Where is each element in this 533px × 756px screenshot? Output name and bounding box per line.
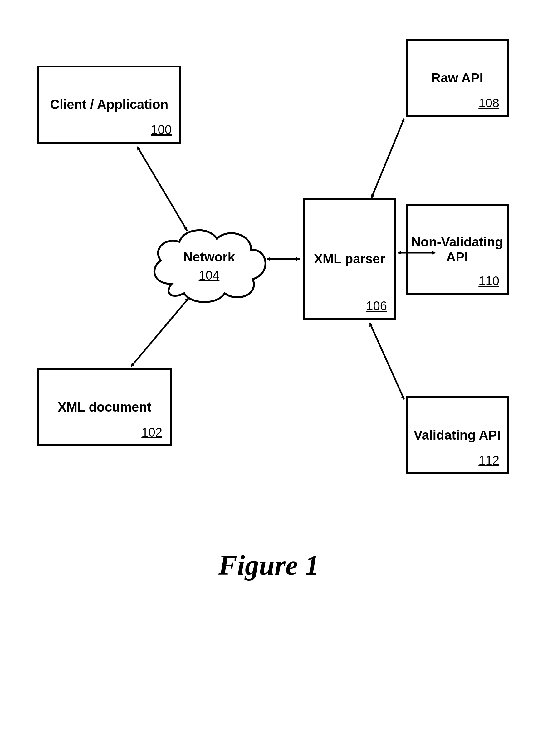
node-network-label: Network <box>147 250 271 265</box>
node-val-ref: 112 <box>478 453 499 467</box>
node-validating-api: Validating API 112 <box>406 396 509 474</box>
node-nonvalidating-api: Non-Validating API 110 <box>406 204 509 295</box>
node-xml-document: XML document 102 <box>38 368 172 446</box>
node-network-cloud: Network 104 <box>147 218 271 309</box>
node-parser-label: XML parser <box>311 252 388 266</box>
diagram-canvas: Client / Application 100 XML document 10… <box>0 0 533 756</box>
node-raw-label: Raw API <box>428 70 486 86</box>
node-xml-parser: XML parser 106 <box>303 198 396 320</box>
node-network-ref: 104 <box>147 268 271 283</box>
node-client-ref: 100 <box>151 122 172 137</box>
figure-caption: Figure 1 <box>218 549 319 581</box>
arrow-parser-val <box>370 323 404 399</box>
node-client-label: Client / Application <box>47 97 172 112</box>
node-raw-ref: 108 <box>478 96 499 110</box>
node-val-label: Validating API <box>411 428 504 443</box>
node-client-application: Client / Application 100 <box>38 66 181 144</box>
node-nonval-label: Non-Validating API <box>407 235 507 265</box>
node-parser-ref: 106 <box>366 299 387 313</box>
node-nonval-ref: 110 <box>478 274 499 288</box>
node-raw-api: Raw API 108 <box>406 39 509 117</box>
node-xmldoc-label: XML document <box>55 400 154 415</box>
node-xmldoc-ref: 102 <box>141 425 162 439</box>
arrow-parser-raw <box>371 119 404 198</box>
